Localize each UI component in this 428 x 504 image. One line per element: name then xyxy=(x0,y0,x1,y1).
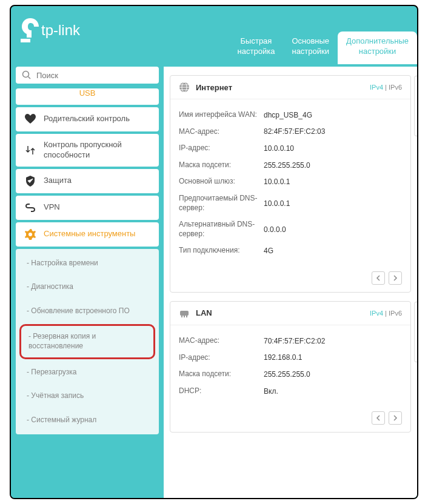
table-row: Основной шлюз:10.0.0.1 xyxy=(179,173,402,190)
next-button[interactable] xyxy=(389,411,402,425)
table-row: Маска подсети:255.255.255.0 xyxy=(179,157,402,174)
sidebar-item-label: Контроль пропускной способности xyxy=(44,140,150,161)
shield-icon xyxy=(24,175,36,187)
table-row: IP-адрес:192.168.0.1 xyxy=(179,350,402,366)
chevron-right-icon xyxy=(392,275,398,281)
tplink-logo-icon xyxy=(19,17,41,44)
card-internet: Интернет IPv4 | IPv6 Имя интерфейса WAN:… xyxy=(170,75,411,293)
table-row: Альтернативный DNS-сервер:0.0.0.0 xyxy=(179,216,402,242)
subitem-syslog[interactable]: - Системный журнал xyxy=(16,408,159,433)
svg-point-2 xyxy=(28,233,32,236)
table-row: Имя интерфейса WAN:dhcp_USB_4G xyxy=(179,107,402,124)
top-tabs: Быстрая настройка Основные настройки Доп… xyxy=(229,6,417,64)
ip-toggle[interactable]: IPv4 | IPv6 xyxy=(370,84,402,91)
arrows-icon xyxy=(24,144,36,156)
link-icon xyxy=(24,202,36,214)
sidebar-item-label: Родительский контроль xyxy=(44,114,130,124)
card-edge xyxy=(414,302,417,362)
svg-rect-11 xyxy=(186,316,187,317)
svg-rect-8 xyxy=(180,311,189,316)
lan-icon xyxy=(179,308,190,319)
sidebar-item-bandwidth[interactable]: Контроль пропускной способности xyxy=(16,134,159,167)
svg-line-1 xyxy=(28,77,31,79)
tab-basic-settings[interactable]: Основные настройки xyxy=(283,31,338,64)
subitem-firmware[interactable]: - Обновление встроенного ПО xyxy=(16,299,159,323)
sidebar-item-label: Системные инструменты xyxy=(44,229,135,239)
table-row: DHCP:Вкл. xyxy=(179,383,402,400)
ip-toggle[interactable]: IPv4 | IPv6 xyxy=(370,310,402,317)
sidebar-item-parental[interactable]: Родительский контроль xyxy=(16,107,159,131)
subitem-backup-restore[interactable]: - Резервная копия и восстановление xyxy=(19,324,155,359)
svg-rect-9 xyxy=(181,316,182,317)
table-row: Предпочитаемый DNS-сервер:10.0.0.1 xyxy=(179,190,402,216)
svg-rect-10 xyxy=(184,316,185,317)
card-title: LAN xyxy=(196,308,364,317)
subitem-time[interactable]: - Настройка времени xyxy=(16,251,159,276)
chevron-left-icon xyxy=(375,275,381,281)
subitem-reboot[interactable]: - Перезагрузка xyxy=(16,360,159,385)
search-input[interactable] xyxy=(36,71,153,80)
table-row: MAC-адрес:82:4F:57:EF:C2:03 xyxy=(179,124,402,141)
sidebar-item-system-tools[interactable]: Системные инструменты xyxy=(16,222,159,247)
sidebar-item-label: Защита xyxy=(44,176,72,186)
search-icon xyxy=(22,70,32,80)
subitem-account[interactable]: - Учётная запись xyxy=(16,384,159,408)
table-row: IP-адрес:10.0.0.10 xyxy=(179,140,402,157)
chevron-right-icon xyxy=(392,415,398,421)
content-area: Интернет IPv4 | IPv6 Имя интерфейса WAN:… xyxy=(164,67,417,498)
table-row: Маска подсети:255.255.255.0 xyxy=(179,366,402,383)
table-row: MAC-адрес:70:4F:57:EF:C2:02 xyxy=(179,333,402,350)
chevron-left-icon xyxy=(375,415,381,421)
table-row: Тип подключения:4G xyxy=(179,242,402,259)
next-button[interactable] xyxy=(389,271,402,285)
sidebar-item-security[interactable]: Защита xyxy=(16,169,159,193)
globe-icon xyxy=(179,82,190,93)
gear-icon xyxy=(24,228,36,240)
tab-advanced-settings[interactable]: Дополнительные настройки xyxy=(338,31,417,64)
sidebar-item-label: USB xyxy=(79,88,96,99)
sidebar-item-usb[interactable]: USB xyxy=(16,88,159,105)
heart-icon xyxy=(24,113,36,125)
header: tp-link Быстрая настройка Основные настр… xyxy=(11,6,417,67)
brand-name: tp-link xyxy=(41,22,80,39)
tab-quick-setup[interactable]: Быстрая настройка xyxy=(229,31,284,64)
sidebar-item-vpn[interactable]: VPN xyxy=(16,196,159,220)
prev-button[interactable] xyxy=(372,271,385,285)
card-lan: LAN IPv4 | IPv6 MAC-адрес:70:4F:57:EF:C2… xyxy=(170,301,411,433)
card-title: Интернет xyxy=(196,83,364,92)
subitem-diagnostics[interactable]: - Диагностика xyxy=(16,275,159,299)
prev-button[interactable] xyxy=(372,411,385,425)
brand-logo: tp-link xyxy=(11,6,86,44)
sidebar-item-label: VPN xyxy=(44,202,60,213)
card-edge xyxy=(414,76,417,136)
search-bar[interactable] xyxy=(16,67,159,84)
sidebar-subitems: - Настройка времени - Диагностика - Обно… xyxy=(16,249,159,435)
svg-point-0 xyxy=(23,71,29,78)
sidebar: USB Родительский контроль Контроль пропу… xyxy=(11,67,164,498)
